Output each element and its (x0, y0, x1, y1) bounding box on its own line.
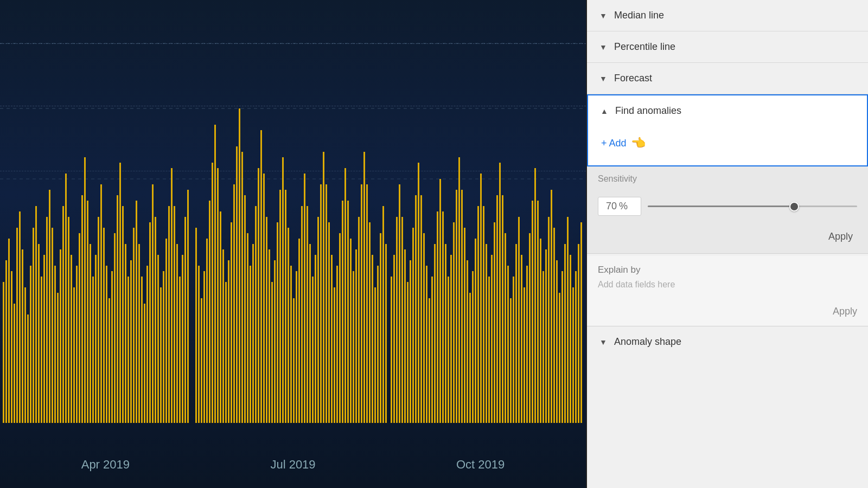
svg-rect-68 (187, 190, 189, 423)
svg-rect-58 (160, 287, 162, 423)
svg-rect-70 (198, 266, 200, 423)
svg-rect-165 (458, 157, 460, 423)
svg-rect-14 (41, 277, 42, 423)
svg-rect-199 (551, 190, 552, 423)
svg-rect-117 (326, 184, 327, 423)
svg-rect-93 (260, 130, 262, 423)
explain-apply-button[interactable]: Apply (598, 306, 857, 317)
svg-rect-119 (331, 255, 333, 423)
svg-rect-40 (111, 271, 113, 423)
sensitivity-apply-button[interactable]: Apply (824, 229, 857, 245)
add-anomaly-button[interactable]: + Add 👈 (599, 132, 648, 155)
svg-rect-204 (564, 244, 566, 423)
svg-rect-37 (103, 228, 105, 423)
find-anomalies-title: Find anomalies (615, 105, 681, 117)
svg-rect-53 (146, 266, 148, 423)
svg-rect-118 (328, 222, 330, 423)
x-label-apr: Apr 2019 (81, 458, 130, 472)
svg-rect-18 (52, 228, 53, 423)
svg-rect-26 (73, 287, 75, 423)
svg-rect-158 (439, 179, 441, 423)
sensitivity-value-box[interactable]: 70 % (598, 197, 641, 216)
svg-rect-126 (350, 239, 352, 423)
find-anomalies-section: ▲ Find anomalies + Add 👈 (587, 94, 868, 166)
sensitivity-slider-track[interactable] (648, 206, 857, 207)
svg-rect-102 (285, 190, 286, 423)
svg-rect-46 (127, 277, 129, 423)
svg-rect-0 (3, 282, 4, 423)
svg-rect-189 (524, 287, 525, 423)
svg-rect-56 (155, 217, 156, 423)
svg-rect-101 (282, 157, 284, 423)
svg-rect-131 (363, 152, 365, 423)
svg-rect-15 (43, 255, 45, 423)
sensitivity-slider-thumb[interactable] (789, 202, 799, 211)
svg-rect-73 (206, 239, 208, 423)
svg-rect-196 (542, 271, 544, 423)
explain-by-placeholder: Add data fields here (598, 280, 857, 290)
svg-rect-139 (385, 244, 387, 423)
svg-rect-92 (258, 168, 259, 423)
svg-rect-115 (320, 184, 322, 423)
svg-rect-173 (480, 174, 482, 423)
svg-rect-193 (534, 168, 536, 423)
sensitivity-slider-container (648, 200, 857, 213)
svg-rect-103 (288, 228, 289, 423)
svg-rect-78 (220, 211, 221, 423)
explain-by-section: Explain by Add data fields here Apply (587, 256, 868, 326)
percentile-line-header[interactable]: ▼ Percentile line (587, 31, 868, 62)
svg-rect-191 (529, 233, 531, 423)
anomaly-shape-header[interactable]: ▼ Anomaly shape (598, 336, 857, 348)
svg-rect-83 (233, 184, 235, 423)
svg-rect-198 (548, 217, 550, 423)
svg-rect-138 (382, 206, 384, 423)
svg-rect-39 (108, 298, 110, 423)
sensitivity-header: Sensitivity (587, 166, 868, 191)
cursor-icon: 👈 (631, 136, 646, 150)
svg-rect-100 (279, 190, 281, 423)
median-line-header[interactable]: ▼ Median line (587, 0, 868, 31)
svg-rect-180 (499, 163, 501, 423)
svg-rect-116 (323, 152, 324, 423)
svg-rect-36 (100, 184, 102, 423)
svg-rect-202 (559, 293, 560, 423)
svg-rect-82 (231, 222, 232, 423)
svg-rect-91 (255, 206, 257, 423)
find-anomalies-header[interactable]: ▲ Find anomalies (588, 95, 867, 126)
svg-rect-114 (317, 217, 319, 423)
svg-rect-59 (163, 271, 164, 423)
svg-rect-81 (228, 260, 229, 423)
svg-rect-64 (176, 244, 178, 423)
svg-rect-210 (580, 222, 582, 423)
svg-rect-11 (33, 228, 34, 423)
svg-rect-192 (532, 201, 533, 423)
svg-rect-174 (483, 206, 484, 423)
svg-rect-85 (239, 108, 240, 423)
svg-rect-76 (214, 125, 216, 423)
svg-rect-99 (277, 222, 278, 423)
svg-rect-29 (81, 195, 83, 423)
svg-rect-97 (271, 282, 273, 423)
svg-rect-160 (445, 244, 446, 423)
svg-rect-123 (342, 201, 343, 423)
svg-rect-168 (467, 260, 468, 423)
svg-rect-69 (195, 228, 197, 423)
bars-chart (0, 0, 586, 423)
svg-rect-51 (141, 277, 143, 423)
svg-rect-96 (269, 249, 270, 423)
svg-rect-2 (8, 239, 10, 423)
svg-rect-206 (570, 255, 571, 423)
svg-rect-197 (545, 249, 547, 423)
svg-rect-65 (179, 277, 181, 423)
svg-rect-148 (412, 228, 414, 423)
svg-rect-94 (263, 174, 265, 423)
svg-rect-177 (491, 255, 493, 423)
x-label-jul: Jul 2019 (270, 458, 315, 472)
forecast-header[interactable]: ▼ Forecast (587, 63, 868, 94)
svg-rect-195 (540, 239, 541, 423)
svg-rect-163 (453, 222, 455, 423)
svg-rect-95 (266, 217, 267, 423)
svg-rect-203 (561, 271, 563, 423)
svg-rect-155 (431, 277, 433, 423)
svg-rect-159 (442, 211, 444, 423)
